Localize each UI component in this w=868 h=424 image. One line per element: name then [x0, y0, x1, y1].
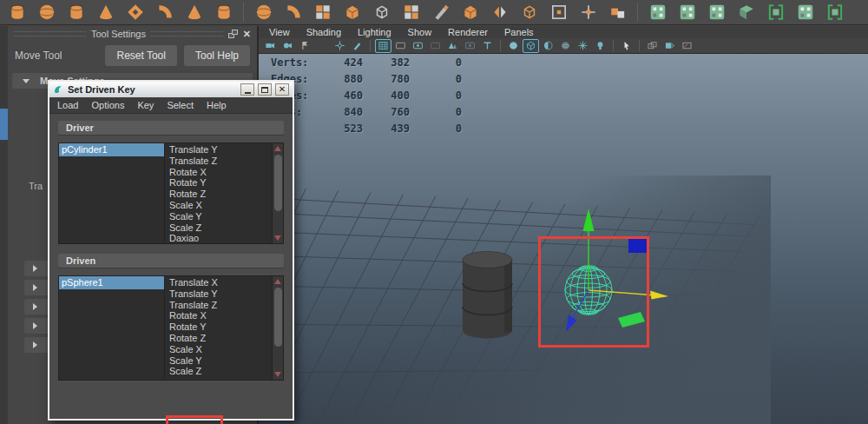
list-item[interactable]: Translate Z: [165, 156, 272, 167]
select-cursor-icon[interactable]: [618, 39, 635, 53]
snapshot-icon[interactable]: [644, 39, 661, 53]
gate-mask-icon[interactable]: [427, 39, 444, 53]
viewport-canvas[interactable]: Verts:4243820 Edges:8807800 Faces:460400…: [259, 54, 868, 424]
shelf-poly-cylinder-icon[interactable]: [3, 1, 30, 23]
motion-blur-icon[interactable]: [592, 39, 608, 53]
safe-action-icon[interactable]: [462, 39, 478, 53]
list-item[interactable]: Rotate Z: [165, 333, 272, 344]
shelf-poly-pipe-icon[interactable]: [151, 1, 178, 23]
list-item[interactable]: Rotate Y: [165, 321, 272, 333]
shelf-bevel-icon[interactable]: [457, 1, 483, 23]
resolution-gate-icon[interactable]: [410, 39, 426, 53]
move-tool-selected-icon[interactable]: [0, 109, 8, 140]
menu-panels[interactable]: Panels: [504, 26, 534, 38]
list-item[interactable]: Scale X: [165, 344, 272, 355]
flat-lighting-icon[interactable]: [540, 39, 556, 53]
shelf-combine-icon[interactable]: [309, 1, 336, 23]
shelf-multi-cut-icon[interactable]: [427, 1, 454, 23]
list-item[interactable]: Translate Z: [165, 300, 272, 311]
list-item[interactable]: Translate Y: [165, 144, 272, 156]
close-panel-icon[interactable]: ✕: [243, 30, 251, 38]
list-item[interactable]: Scale Y: [165, 355, 272, 367]
scroll-thumb[interactable]: [274, 155, 282, 211]
shadows-icon[interactable]: [557, 39, 574, 53]
tool-help-button[interactable]: Tool Help: [184, 45, 250, 66]
maximize-button[interactable]: [258, 83, 272, 96]
grid-icon[interactable]: [375, 39, 391, 53]
safe-title-icon[interactable]: [479, 39, 496, 53]
shelf-color-swatches-icon[interactable]: [604, 1, 631, 23]
shelf-quad-strip-icon[interactable]: [575, 1, 602, 23]
shelf-cube-wireframe-icon[interactable]: [368, 1, 395, 23]
menu-renderer[interactable]: Renderer: [448, 26, 488, 38]
shelf-grab-brush-icon[interactable]: [792, 1, 819, 23]
list-item[interactable]: Scale Z: [165, 366, 272, 377]
menu-shading[interactable]: Shading: [306, 26, 341, 38]
pivot-icon[interactable]: [332, 39, 348, 53]
list-item[interactable]: Rotate Z: [165, 189, 272, 200]
list-item[interactable]: Rotate X: [165, 310, 272, 321]
reset-tool-button[interactable]: Reset Tool: [105, 45, 176, 66]
image-plane-icon[interactable]: [679, 39, 695, 53]
titlebar-grip[interactable]: [14, 31, 86, 36]
list-item[interactable]: Scale Y: [165, 211, 272, 222]
titlebar-grip[interactable]: [151, 31, 223, 36]
list-item[interactable]: Scale X: [165, 200, 272, 211]
shelf-sculpt-fold-icon[interactable]: [733, 1, 760, 23]
field-chart-icon[interactable]: [444, 39, 461, 53]
shelf-quad-draw-3-icon[interactable]: [703, 1, 730, 23]
menu-load[interactable]: Load: [57, 100, 78, 110]
float-panel-icon[interactable]: [228, 30, 238, 38]
isolate-select-icon[interactable]: [661, 39, 678, 53]
shelf-quad-draw-1-icon[interactable]: [644, 1, 671, 23]
shelf-boolean-union-icon[interactable]: [250, 1, 277, 23]
ambient-occlusion-icon[interactable]: [575, 39, 591, 53]
menu-show[interactable]: Show: [408, 26, 432, 38]
list-item[interactable]: Scale Z: [165, 222, 272, 234]
camera-attributes-icon[interactable]: [279, 39, 296, 53]
film-gate-icon[interactable]: [392, 39, 409, 53]
driver-object-selected[interactable]: pCylinder1: [59, 143, 164, 156]
shelf-poly-pyramid-icon[interactable]: [181, 1, 207, 23]
shelf-mirror-geometry-icon[interactable]: [486, 1, 513, 23]
default-lighting-icon[interactable]: [505, 39, 522, 53]
menu-view[interactable]: View: [269, 26, 290, 38]
shelf-poly-helix-icon[interactable]: [210, 1, 237, 23]
menu-select[interactable]: Select: [167, 100, 194, 110]
shelf-pinch-brush-icon[interactable]: [821, 1, 848, 23]
scroll-up-icon[interactable]: [274, 146, 281, 151]
menu-options[interactable]: Options: [91, 100, 124, 110]
list-item[interactable]: Daxiao: [165, 233, 272, 243]
shelf-poly-sphere-icon[interactable]: [33, 1, 60, 23]
close-button[interactable]: ✕: [275, 83, 289, 96]
list-item[interactable]: Translate X: [165, 277, 272, 288]
minimize-button[interactable]: [240, 83, 254, 96]
dialog-titlebar[interactable]: Set Driven Key ✕: [49, 82, 293, 97]
pencil-icon[interactable]: [349, 39, 365, 53]
driven-scrollbar[interactable]: [272, 276, 283, 380]
shelf-smooth-icon[interactable]: [516, 1, 542, 23]
scroll-thumb[interactable]: [274, 288, 282, 347]
bookmark-icon[interactable]: [297, 39, 313, 53]
scene-cylinder[interactable]: [463, 252, 512, 339]
menu-help[interactable]: Help: [207, 100, 227, 110]
driver-scrollbar[interactable]: [272, 143, 283, 243]
list-item[interactable]: Translate Y: [165, 288, 272, 300]
scroll-up-icon[interactable]: [274, 279, 281, 284]
menu-lighting[interactable]: Lighting: [358, 26, 391, 38]
paint-effects-icon[interactable]: [314, 39, 331, 53]
shelf-target-weld-icon[interactable]: [545, 1, 572, 23]
shelf-boolean-difference-icon[interactable]: [279, 1, 306, 23]
shelf-poly-cone-icon[interactable]: [92, 1, 119, 23]
list-item[interactable]: Rotate Y: [165, 177, 272, 189]
shelf-poly-cylinder-tall-icon[interactable]: [62, 1, 89, 23]
scroll-down-icon[interactable]: [274, 372, 281, 377]
shelf-relax-brush-icon[interactable]: [762, 1, 789, 23]
shelf-fill-hole-icon[interactable]: [339, 1, 365, 23]
shelf-poly-torus-icon[interactable]: [122, 1, 148, 23]
select-camera-icon[interactable]: [262, 39, 279, 53]
driven-object-selected[interactable]: pSphere1: [59, 276, 164, 289]
scroll-down-icon[interactable]: [274, 235, 281, 241]
lighting-cube-icon[interactable]: [523, 39, 539, 53]
list-item[interactable]: Rotate X: [165, 167, 272, 178]
